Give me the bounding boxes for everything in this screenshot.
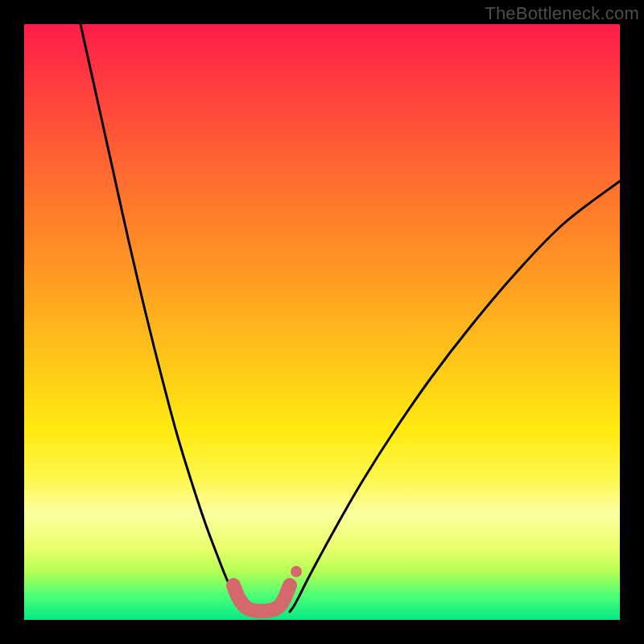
- chart-frame: [24, 24, 620, 620]
- watermark-text: TheBottleneck.com: [485, 3, 639, 24]
- valley-u-marker: [233, 585, 290, 611]
- right-bottleneck-curve: [290, 181, 620, 612]
- valley-dot-marker: [291, 566, 302, 577]
- chart-svg: [24, 24, 620, 620]
- left-bottleneck-curve: [80, 24, 250, 612]
